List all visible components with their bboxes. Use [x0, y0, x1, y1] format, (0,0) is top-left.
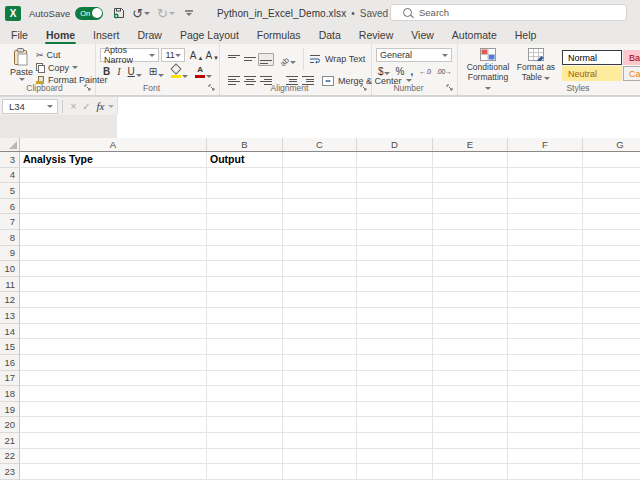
cell-D15[interactable]	[357, 339, 433, 355]
cell-G15[interactable]	[583, 339, 640, 355]
cell-F4[interactable]	[508, 168, 583, 184]
italic-button[interactable]: I	[117, 66, 120, 77]
cell-D22[interactable]	[357, 449, 433, 465]
bold-button[interactable]: B	[103, 66, 110, 77]
middle-align-button[interactable]	[242, 53, 258, 66]
cell-G19[interactable]	[583, 402, 640, 418]
alignment-dialog-launcher-icon[interactable]	[360, 84, 368, 92]
undo-dropdown-icon[interactable]	[144, 12, 150, 15]
cell-G4[interactable]	[583, 168, 640, 184]
tab-insert[interactable]: Insert	[84, 26, 128, 44]
cell-D7[interactable]	[357, 214, 433, 230]
cell-E15[interactable]	[433, 339, 508, 355]
column-header-B[interactable]: B	[207, 138, 283, 151]
cell-F17[interactable]	[508, 371, 583, 387]
row-header-9[interactable]: 9	[0, 246, 20, 262]
cell-G14[interactable]	[583, 324, 640, 340]
row-header-15[interactable]: 15	[0, 339, 20, 355]
column-header-G[interactable]: G	[583, 138, 640, 151]
tab-view[interactable]: View	[402, 26, 443, 44]
tab-data[interactable]: Data	[310, 26, 350, 44]
cell-A11[interactable]	[20, 277, 207, 293]
paste-button[interactable]: Paste	[10, 48, 33, 85]
font-size-combo[interactable]: 11	[161, 48, 184, 62]
tab-file[interactable]: File	[2, 26, 37, 44]
cell-E11[interactable]	[433, 277, 508, 293]
cell-A21[interactable]	[20, 433, 207, 449]
cell-B6[interactable]	[207, 199, 283, 215]
customize-quick-access-toolbar-icon[interactable]	[184, 10, 193, 16]
cell-A4[interactable]	[20, 168, 207, 184]
increase-font-size-button[interactable]: A▲	[190, 50, 204, 61]
row-header-4[interactable]: 4	[0, 168, 20, 184]
style-neutral[interactable]: Neutral	[562, 66, 622, 81]
cell-F5[interactable]	[508, 183, 583, 199]
cell-C11[interactable]	[283, 277, 357, 293]
cell-G6[interactable]	[583, 199, 640, 215]
cell-D3[interactable]	[357, 152, 433, 168]
row-header-20[interactable]: 20	[0, 417, 20, 433]
wrap-text-button[interactable]: Wrap Text	[309, 54, 365, 64]
cell-C22[interactable]	[283, 449, 357, 465]
cell-G3[interactable]	[583, 152, 640, 168]
cell-E13[interactable]	[433, 308, 508, 324]
accounting-dropdown-icon[interactable]	[384, 72, 390, 75]
cell-C4[interactable]	[283, 168, 357, 184]
cell-A14[interactable]	[20, 324, 207, 340]
cell-D10[interactable]	[357, 261, 433, 277]
cell-B3[interactable]: Output	[207, 152, 283, 168]
cell-A19[interactable]	[20, 402, 207, 418]
cell-B7[interactable]	[207, 214, 283, 230]
cell-B8[interactable]	[207, 230, 283, 246]
number-format-combo[interactable]: General	[376, 48, 452, 62]
underline-button[interactable]: U	[128, 66, 142, 77]
cell-C8[interactable]	[283, 230, 357, 246]
fill-color-dropdown-icon[interactable]	[182, 75, 188, 78]
cell-D23[interactable]	[357, 464, 433, 480]
percent-style-button[interactable]: %	[396, 66, 405, 77]
row-header-13[interactable]: 13	[0, 308, 20, 324]
bottom-align-button[interactable]	[258, 53, 274, 66]
cell-E6[interactable]	[433, 199, 508, 215]
underline-dropdown-icon[interactable]	[136, 74, 142, 77]
autosave-toggle[interactable]: On	[75, 7, 103, 20]
cell-F14[interactable]	[508, 324, 583, 340]
cell-G13[interactable]	[583, 308, 640, 324]
formula-input[interactable]	[117, 97, 640, 115]
formula-bar-dropdown-icon[interactable]	[108, 105, 114, 108]
cell-A10[interactable]	[20, 261, 207, 277]
cell-A20[interactable]	[20, 417, 207, 433]
cell-D13[interactable]	[357, 308, 433, 324]
cell-G21[interactable]	[583, 433, 640, 449]
paste-dropdown-icon[interactable]	[19, 78, 25, 81]
cell-D19[interactable]	[357, 402, 433, 418]
conditional-formatting-button[interactable]: Conditional Formatting	[466, 48, 510, 92]
cell-C18[interactable]	[283, 386, 357, 402]
tab-help[interactable]: Help	[506, 26, 546, 44]
cell-E18[interactable]	[433, 386, 508, 402]
cell-D4[interactable]	[357, 168, 433, 184]
cell-D16[interactable]	[357, 355, 433, 371]
borders-dropdown-icon[interactable]	[158, 74, 164, 77]
cell-E5[interactable]	[433, 183, 508, 199]
cell-C10[interactable]	[283, 261, 357, 277]
font-name-combo[interactable]: Aptos Narrow	[100, 48, 159, 62]
cell-G17[interactable]	[583, 371, 640, 387]
accounting-format-button[interactable]: $	[378, 66, 390, 77]
cell-D6[interactable]	[357, 199, 433, 215]
undo-button[interactable]: ↺	[132, 7, 150, 20]
cell-D9[interactable]	[357, 246, 433, 262]
cell-A18[interactable]	[20, 386, 207, 402]
increase-decimal-button[interactable]: ←.0	[419, 68, 430, 75]
cell-D18[interactable]	[357, 386, 433, 402]
column-header-D[interactable]: D	[357, 138, 433, 151]
cell-E21[interactable]	[433, 433, 508, 449]
cell-C20[interactable]	[283, 417, 357, 433]
cell-G11[interactable]	[583, 277, 640, 293]
font-color-dropdown-icon[interactable]	[206, 75, 212, 78]
cell-B17[interactable]	[207, 371, 283, 387]
row-header-10[interactable]: 10	[0, 261, 20, 277]
cell-C13[interactable]	[283, 308, 357, 324]
search-box[interactable]: Search	[390, 4, 627, 21]
row-header-6[interactable]: 6	[0, 199, 20, 215]
